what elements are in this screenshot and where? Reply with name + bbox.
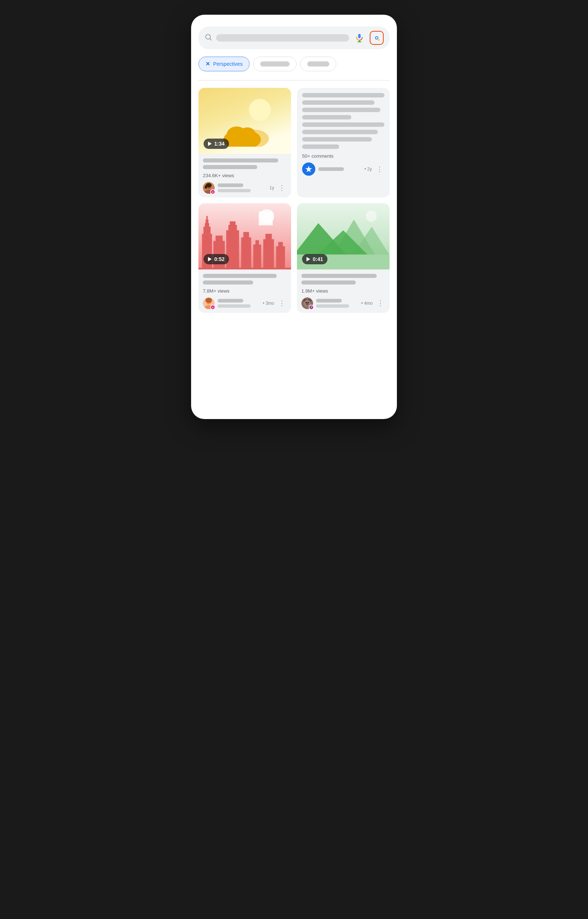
avatar-info-4 — [316, 299, 358, 308]
card-footer-4: ⚡ • 4mo ⋮ — [301, 297, 385, 309]
title-line — [203, 165, 257, 169]
svg-point-17 — [205, 185, 207, 189]
avatar-badge-lightning: ⚡ — [309, 305, 314, 310]
card-body-3: 7.8M+ views ♥ — [199, 270, 291, 313]
svg-line-1 — [210, 39, 211, 40]
svg-rect-29 — [241, 237, 251, 270]
text-line — [302, 137, 372, 142]
card-video-sunny[interactable]: 1:34 234.6K+ views — [199, 88, 291, 197]
chip-label-perspectives: Perspectives — [213, 61, 242, 67]
filter-chip-3[interactable] — [300, 57, 336, 71]
avatar-name-line — [218, 183, 243, 187]
avatar-name-line — [316, 299, 342, 302]
svg-point-52 — [305, 302, 307, 303]
svg-rect-2 — [358, 34, 361, 38]
text-line — [302, 115, 351, 120]
search-actions — [353, 31, 384, 45]
card-stats-3: 7.8M+ views — [203, 288, 287, 294]
article-text-lines — [302, 93, 384, 149]
svg-point-41 — [205, 298, 212, 303]
svg-rect-32 — [255, 241, 259, 245]
video-duration-3: 0:52 — [214, 256, 225, 262]
avatar-info-2 — [318, 167, 362, 171]
card-stats-4: 1.9M+ views — [301, 288, 385, 294]
avatar-sub-line — [218, 304, 250, 308]
play-badge-1: 1:34 — [204, 139, 229, 149]
chip-placeholder-2 — [307, 61, 329, 66]
title-line — [301, 274, 377, 278]
card-footer-2: • 2y ⋮ — [302, 163, 384, 176]
lens-button[interactable] — [370, 31, 384, 45]
mic-button[interactable] — [353, 31, 366, 44]
avatar-info-1 — [218, 183, 267, 192]
time-dot-3: • 3mo — [263, 301, 274, 306]
card-thumb-mountain: 0:41 — [297, 203, 389, 270]
search-input[interactable] — [216, 34, 349, 42]
avatar-3: ♥ — [203, 297, 215, 309]
text-line — [302, 123, 384, 127]
svg-point-12 — [239, 128, 256, 142]
text-line — [302, 93, 384, 97]
title-line — [203, 158, 278, 163]
avatar-sub-line — [218, 189, 250, 192]
filter-chip-2[interactable] — [253, 57, 297, 71]
svg-rect-31 — [253, 244, 261, 270]
avatar-badge-heart: ♥ — [210, 189, 215, 194]
card-video-mountain[interactable]: 0:41 1.9M+ views — [297, 203, 389, 313]
svg-rect-28 — [230, 221, 236, 226]
cards-grid: 1:34 234.6K+ views — [199, 88, 389, 313]
title-line — [203, 274, 277, 278]
filter-bar: ✕ Perspectives — [199, 57, 389, 71]
card-footer-1: ♥ 1y ⋮ — [203, 182, 287, 194]
play-badge-4: 0:41 — [302, 254, 328, 264]
play-icon — [208, 257, 212, 262]
svg-rect-33 — [263, 239, 274, 270]
card-video-city[interactable]: 0:52 7.8M+ views — [199, 203, 291, 313]
card-title-lines-1 — [203, 158, 287, 169]
card-article-inner: 50+ comments • 2y ⋮ — [297, 88, 389, 181]
avatar-name-line — [218, 299, 243, 302]
avatar-name-line — [318, 167, 344, 171]
time-dot-4: • 4mo — [361, 301, 373, 306]
avatar-1: ♥ — [203, 182, 215, 194]
svg-rect-25 — [216, 236, 223, 242]
avatar-sub-line — [316, 304, 349, 308]
svg-rect-34 — [265, 234, 271, 240]
more-menu-3[interactable]: ⋮ — [277, 299, 287, 307]
filter-chip-perspectives[interactable]: ✕ Perspectives — [199, 57, 250, 71]
text-line — [302, 130, 378, 134]
more-menu-1[interactable]: ⋮ — [277, 184, 287, 192]
svg-rect-30 — [243, 232, 249, 238]
text-line — [302, 108, 380, 112]
title-line — [203, 281, 253, 284]
card-article[interactable]: 50+ comments • 2y ⋮ — [297, 88, 389, 197]
phone-container: ✕ Perspectives — [191, 15, 397, 419]
card-thumb-sunny: 1:34 — [199, 88, 291, 154]
close-icon[interactable]: ✕ — [205, 61, 210, 67]
divider — [199, 80, 389, 81]
svg-rect-20 — [204, 227, 211, 234]
video-duration-1: 1:34 — [214, 141, 225, 147]
avatar-group-4: ⚡ — [301, 297, 313, 309]
more-menu-2[interactable]: ⋮ — [375, 165, 384, 173]
svg-rect-26 — [226, 230, 239, 270]
card-stats-2: 50+ comments — [302, 153, 384, 159]
card-thumb-city: 0:52 — [199, 203, 291, 270]
search-icon — [204, 33, 212, 43]
avatar-badge-heart-3: ♥ — [210, 305, 215, 310]
svg-point-53 — [308, 302, 309, 303]
video-duration-4: 0:41 — [313, 256, 323, 262]
svg-point-6 — [376, 37, 378, 39]
avatar-blue-star — [302, 163, 315, 176]
text-line — [302, 144, 339, 149]
card-title-lines-3 — [203, 274, 287, 284]
title-line — [301, 281, 356, 284]
svg-rect-36 — [278, 242, 283, 247]
time-dot-1: 1y — [270, 185, 274, 191]
sun-circle — [249, 99, 271, 121]
card-body-4: 1.9M+ views — [297, 270, 389, 313]
svg-rect-35 — [276, 246, 285, 270]
play-icon — [307, 257, 310, 262]
search-bar[interactable] — [199, 26, 389, 49]
more-menu-4[interactable]: ⋮ — [376, 299, 385, 307]
